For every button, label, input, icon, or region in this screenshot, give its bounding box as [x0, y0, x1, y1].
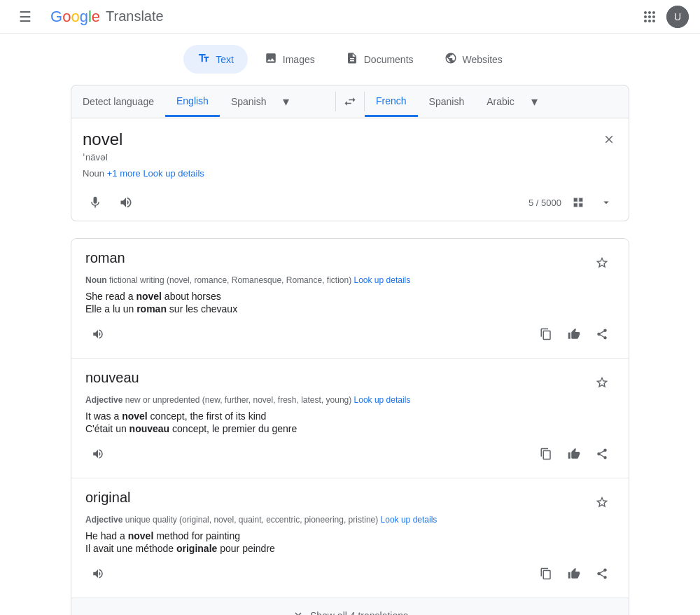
- text-icon: [197, 52, 210, 67]
- translation-word-original: original: [85, 490, 130, 506]
- apps-icon[interactable]: [638, 6, 661, 28]
- tab-documents-label: Documents: [364, 54, 414, 65]
- translation-word-nouveau: nouveau: [85, 370, 139, 386]
- documents-icon: [346, 52, 358, 67]
- lang-spanish-source[interactable]: Spanish: [220, 88, 278, 116]
- speaker-button[interactable]: [113, 190, 139, 215]
- speaker-nouveau-button[interactable]: [85, 441, 111, 467]
- images-icon: [265, 52, 277, 67]
- entry-actions-original: [533, 561, 615, 586]
- show-all-label: Show all 4 translations: [310, 610, 408, 616]
- translation-meta-roman: Noun fictional writing (novel, romance, …: [85, 275, 615, 285]
- input-pos: Noun +1 more Look up details: [83, 168, 617, 179]
- example-en-roman: She read a novel about horses: [85, 291, 615, 302]
- tab-websites[interactable]: Websites: [430, 45, 517, 74]
- translation-entry-nouveau: nouveau Adjective new or unpredented (ne…: [71, 359, 629, 478]
- feedback-nouveau-button[interactable]: [561, 441, 587, 467]
- translation-meta-original: Adjective unique quality (original, nove…: [85, 515, 615, 525]
- tab-images[interactable]: Images: [251, 45, 329, 74]
- logo-translate-text: Translate: [106, 8, 164, 25]
- speaker-roman-button[interactable]: [85, 322, 111, 347]
- star-original-button[interactable]: [589, 490, 615, 515]
- lang-spanish-target[interactable]: Spanish: [418, 88, 476, 116]
- tab-text[interactable]: Text: [183, 45, 248, 74]
- hamburger-icon[interactable]: ☰: [11, 3, 39, 31]
- tab-images-label: Images: [283, 54, 315, 65]
- lang-french[interactable]: French: [365, 87, 418, 117]
- example-fr-roman: Elle a lu un roman sur les chevaux: [85, 303, 615, 315]
- main-content: Text Images Documents Websites Detect la…: [59, 34, 640, 615]
- results-card: roman Noun fictional writing (novel, rom…: [71, 238, 629, 615]
- header-right: U: [638, 6, 689, 28]
- entry-footer-roman: [85, 322, 615, 347]
- translation-word-roman: roman: [85, 250, 125, 266]
- copy-roman-button[interactable]: [533, 322, 559, 347]
- share-roman-button[interactable]: [589, 322, 615, 347]
- grid-button[interactable]: [567, 191, 589, 214]
- tab-text-label: Text: [216, 54, 234, 65]
- share-nouveau-button[interactable]: [589, 441, 615, 467]
- star-roman-button[interactable]: [589, 250, 615, 275]
- star-nouveau-button[interactable]: [589, 370, 615, 395]
- feedback-original-button[interactable]: [561, 561, 587, 586]
- entry-footer-nouveau: [85, 441, 615, 467]
- tab-websites-label: Websites: [463, 54, 503, 65]
- input-footer: 5 / 5000: [83, 184, 617, 215]
- lookup-roman-link[interactable]: Look up details: [354, 275, 411, 285]
- lookup-details-link[interactable]: Look up details: [143, 168, 204, 179]
- source-lang-more-icon[interactable]: ▾: [277, 85, 295, 118]
- input-phonetic: ˈnävəl: [83, 152, 617, 163]
- lookup-nouveau-link[interactable]: Look up details: [354, 395, 411, 405]
- example-fr-nouveau: C'était un nouveau concept, le premier d…: [85, 423, 615, 434]
- char-count: 5 / 5000: [528, 191, 617, 214]
- pos-more: +1 more: [107, 168, 141, 179]
- lookup-original-link[interactable]: Look up details: [381, 515, 438, 525]
- pos-label: Noun: [83, 168, 104, 179]
- lang-english[interactable]: English: [165, 87, 220, 117]
- translation-entry-roman: roman Noun fictional writing (novel, rom…: [71, 239, 629, 359]
- header-left: ☰ Google Translate: [11, 3, 164, 31]
- websites-icon: [444, 52, 457, 67]
- char-count-text: 5 / 5000: [528, 198, 561, 208]
- input-text[interactable]: novel: [83, 130, 617, 149]
- share-original-button[interactable]: [589, 561, 615, 586]
- translation-meta-nouveau: Adjective new or unpredented (new, furth…: [85, 395, 615, 405]
- feedback-roman-button[interactable]: [561, 322, 587, 347]
- example-fr-original: Il avait une méthode originale pour pein…: [85, 543, 615, 554]
- more-options-button[interactable]: [595, 191, 617, 214]
- example-en-nouveau: It was a novel concept, the first of its…: [85, 410, 615, 422]
- show-all-icon: [292, 608, 304, 615]
- entry-actions-nouveau: [533, 441, 615, 467]
- tab-documents[interactable]: Documents: [332, 45, 428, 74]
- target-lang-group: French Spanish Arabic ▾: [365, 85, 629, 118]
- translation-entry-original: original Adjective unique quality (origi…: [71, 478, 629, 598]
- user-avatar[interactable]: U: [666, 6, 689, 28]
- target-lang-more-icon[interactable]: ▾: [526, 85, 543, 118]
- entry-footer-original: [85, 561, 615, 586]
- copy-nouveau-button[interactable]: [533, 441, 559, 467]
- mic-button[interactable]: [83, 190, 108, 215]
- entry-actions-roman: [533, 322, 615, 347]
- lang-detect[interactable]: Detect language: [71, 88, 165, 116]
- language-bar: Detect language English Spanish ▾ French…: [71, 85, 629, 118]
- copy-original-button[interactable]: [533, 561, 559, 586]
- input-actions: [83, 190, 139, 215]
- app-header: ☰ Google Translate U: [0, 0, 700, 34]
- show-all-row[interactable]: Show all 4 translations: [71, 598, 629, 615]
- example-en-original: He had a novel method for painting: [85, 530, 615, 541]
- speaker-original-button[interactable]: [85, 561, 111, 586]
- mode-tabs: Text Images Documents Websites: [71, 45, 629, 74]
- lang-arabic[interactable]: Arabic: [475, 88, 526, 116]
- source-lang-group: Detect language English Spanish ▾: [71, 85, 335, 118]
- input-area: novel ˈnävəl Noun +1 more Look up detail…: [71, 118, 629, 221]
- app-logo: Google Translate: [50, 8, 164, 26]
- lang-swap-button[interactable]: [336, 88, 364, 116]
- clear-button[interactable]: [598, 128, 620, 151]
